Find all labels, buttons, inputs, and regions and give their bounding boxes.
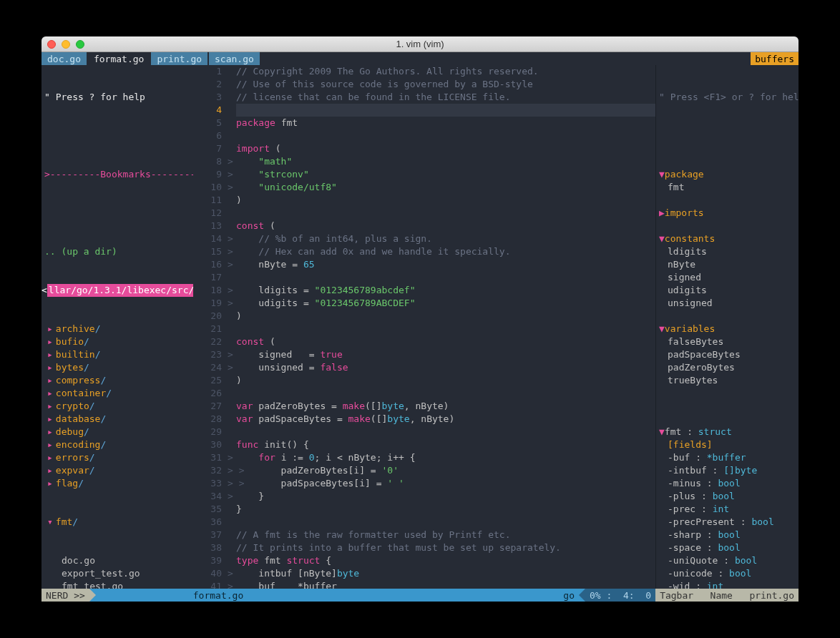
tagbar-field[interactable]: -sharp : bool [656, 529, 799, 541]
tagbar-help: " Press <F1> or ? for help [656, 91, 799, 104]
tree-folder[interactable]: ▸archive/ [41, 323, 193, 335]
bookmarks-header: >---------Bookmarks--------- [41, 168, 193, 181]
tagbar-field[interactable]: -intbuf : []byte [656, 464, 799, 477]
nerdtree-help: " Press ? for help [41, 91, 193, 104]
buffer-tabbar: doc.goformat.goprint.goscan.go buffers [41, 52, 799, 65]
tree-file[interactable]: doc.go [41, 554, 193, 567]
tagbar-item[interactable]: trueBytes [656, 374, 799, 387]
up-dir-link[interactable]: .. (up a dir) [41, 245, 193, 258]
triangle-icon: ▼ [659, 233, 665, 244]
tagbar-field[interactable]: -space : bool [656, 541, 799, 554]
tagbar-item[interactable]: udigits [656, 284, 799, 297]
chevron-right-icon: ▸ [47, 361, 53, 374]
statusbar-tagbar: Tagbar Name print.go [655, 589, 799, 602]
chevron-right-icon: ▸ [47, 438, 53, 451]
close-icon[interactable] [47, 40, 56, 49]
chevron-right-icon: ▸ [47, 464, 53, 477]
chevron-right-icon: ▸ [47, 335, 53, 348]
fold-column[interactable]: > > > > > > > > > > > > > > > > > > > > … [228, 65, 236, 589]
window-title: 1. vim (vim) [396, 39, 444, 49]
tagbar-pane[interactable]: " Press <F1> or ? for help ▼packagefmt▶i… [655, 65, 799, 589]
chevron-right-icon: ▸ [47, 348, 53, 361]
tagbar-section[interactable]: ▼package [656, 168, 799, 181]
tagbar-item[interactable]: unsigned [656, 297, 799, 310]
tagbar-section[interactable]: ▶imports [656, 207, 799, 220]
chevron-right-icon: ▸ [47, 323, 53, 335]
traffic-lights [47, 40, 84, 49]
code-area[interactable]: // Copyright 2009 The Go Authors. All ri… [236, 65, 655, 589]
nerdtree-pane[interactable]: " Press ? for help >---------Bookmarks--… [41, 65, 193, 589]
tagbar-item[interactable]: padSpaceBytes [656, 348, 799, 361]
tagbar-item[interactable]: ldigits [656, 245, 799, 258]
tree-folder[interactable]: ▸bytes/ [41, 361, 193, 374]
buffer-tab[interactable]: print.go [151, 52, 207, 65]
tagbar-item[interactable]: falseBytes [656, 335, 799, 348]
statusbar-mode: NERD >> [41, 589, 89, 602]
triangle-icon: ▼ [659, 323, 665, 334]
triangle-icon: ▼ [659, 169, 665, 180]
tagbar-field[interactable]: -prec : int [656, 503, 799, 516]
triangle-icon: ▼ [659, 426, 665, 437]
statusbar: NERD >> format.go go 0% : 4: 0 Tagbar Na… [41, 589, 799, 602]
tagbar-fields-label: [fields] [656, 438, 799, 451]
statusbar-lang: go [559, 589, 579, 602]
buffer-tab[interactable]: scan.go [209, 52, 260, 65]
tree-file[interactable]: fmt_test.go [41, 580, 193, 589]
tagbar-field[interactable]: -wid : int [656, 580, 799, 589]
tagbar-item[interactable]: signed [656, 271, 799, 284]
tagbar-item[interactable]: nByte [656, 258, 799, 271]
tree-folder[interactable]: ▸debug/ [41, 426, 193, 438]
tagbar-field[interactable]: -precPresent : bool [656, 516, 799, 529]
chevron-right-icon: ▸ [47, 477, 53, 490]
chevron-right-icon: ▸ [47, 387, 53, 400]
chevron-right-icon: ▸ [47, 374, 53, 387]
tree-folder[interactable]: ▸compress/ [41, 374, 193, 387]
tagbar-field[interactable]: -uniQuote : bool [656, 554, 799, 567]
chevron-right-icon: ▸ [47, 400, 53, 413]
tagbar-item[interactable]: fmt [656, 181, 799, 194]
buffer-tab[interactable]: doc.go [41, 52, 87, 65]
chevron-right-icon: ▸ [47, 426, 53, 438]
triangle-icon: ▶ [659, 207, 665, 218]
macos-titlebar[interactable]: 1. vim (vim) [41, 36, 799, 52]
current-path: <llar/go/1.3.1/libexec/src/pkg/ [41, 284, 193, 297]
chevron-right-icon: ▸ [47, 413, 53, 426]
tree-folder[interactable]: ▸errors/ [41, 451, 193, 464]
tree-folder[interactable]: ▸builtin/ [41, 348, 193, 361]
tree-file[interactable]: export_test.go [41, 567, 193, 580]
minimize-icon[interactable] [62, 40, 70, 49]
tagbar-field[interactable]: -unicode : bool [656, 567, 799, 580]
tagbar-field[interactable]: -plus : bool [656, 490, 799, 503]
chevron-right-icon: ▸ [47, 451, 53, 464]
statusbar-file: format.go [96, 589, 560, 602]
buffer-tab[interactable]: format.go [88, 52, 150, 65]
tagbar-item[interactable]: padZeroBytes [656, 361, 799, 374]
tree-folder[interactable]: ▸flag/ [41, 477, 193, 490]
tree-folder[interactable]: ▸bufio/ [41, 335, 193, 348]
buffers-button[interactable]: buffers [751, 52, 799, 65]
tree-folder-open[interactable]: ▾fmt/ [41, 516, 193, 529]
tagbar-field[interactable]: -buf : *buffer [656, 451, 799, 464]
tree-folder[interactable]: ▸expvar/ [41, 464, 193, 477]
vim-window: 1. vim (vim) doc.goformat.goprint.goscan… [41, 36, 799, 602]
tagbar-section[interactable]: ▼constants [656, 232, 799, 245]
chevron-down-icon: ▾ [47, 516, 53, 529]
line-number-gutter: 1 2 3 4 5 6 7 8 9 10 11 12 13 14 15 16 1… [193, 65, 228, 589]
tree-folder[interactable]: ▸crypto/ [41, 400, 193, 413]
tree-folder[interactable]: ▸database/ [41, 413, 193, 426]
tagbar-struct[interactable]: ▼fmt : struct [656, 426, 799, 438]
tagbar-section[interactable]: ▼variables [656, 323, 799, 335]
tagbar-field[interactable]: -minus : bool [656, 477, 799, 490]
editor-pane[interactable]: 1 2 3 4 5 6 7 8 9 10 11 12 13 14 15 16 1… [193, 65, 655, 589]
statusbar-position: 0% : 4: 0 [585, 589, 655, 602]
tree-folder[interactable]: ▸encoding/ [41, 438, 193, 451]
zoom-icon[interactable] [76, 40, 84, 49]
tree-folder[interactable]: ▸container/ [41, 387, 193, 400]
